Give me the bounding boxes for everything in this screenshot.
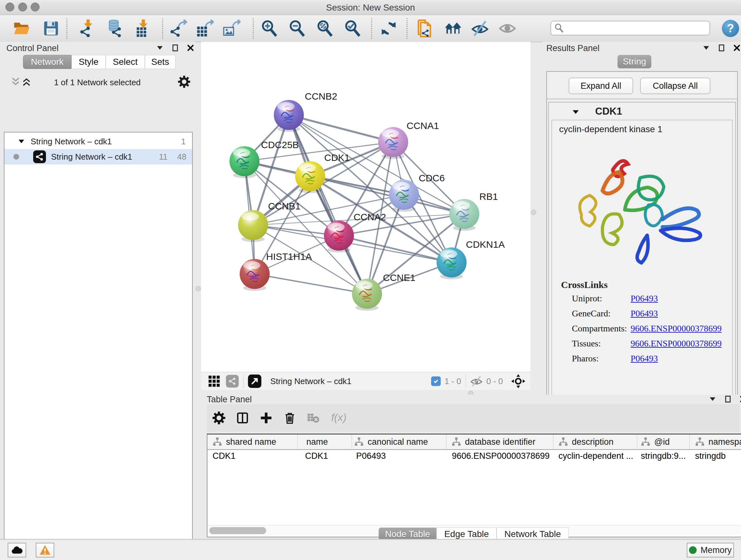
svg-text:RB1: RB1 (479, 191, 498, 202)
tab-sets[interactable]: Sets (145, 55, 176, 69)
svg-text:CDK1: CDK1 (324, 152, 350, 163)
fit-content-button[interactable] (316, 19, 334, 37)
column-header-canonical-name[interactable]: canonical name (354, 435, 428, 449)
selected-checkbox-icon[interactable] (431, 376, 441, 386)
export-table-button[interactable] (196, 19, 214, 37)
network-type-icon[interactable] (226, 375, 239, 388)
crosslinks-heading: CrossLinks (561, 279, 608, 290)
cell-database-identifier[interactable]: 9606.ENSP00000378699 (452, 451, 549, 461)
results-panel-title: Results Panel (546, 44, 600, 53)
database-import-icon (105, 19, 123, 37)
show-hidden-button[interactable] (498, 19, 516, 37)
crosslink-uniprot[interactable]: P06493 (630, 294, 658, 304)
network-options-button[interactable] (178, 76, 190, 88)
memory-button[interactable]: Memory (687, 543, 734, 557)
show-columns-icon[interactable] (236, 412, 249, 424)
first-neighbors-button[interactable] (444, 19, 462, 37)
table-panel-title: Table Panel (207, 395, 252, 405)
table-settings-gear-icon[interactable] (212, 412, 225, 424)
expand-all-button[interactable]: Expand All (569, 78, 633, 94)
search-input[interactable] (564, 23, 702, 34)
panel-float-icon[interactable] (724, 395, 732, 403)
export-network-button[interactable] (170, 19, 188, 37)
column-type-icon (354, 437, 364, 447)
zoom-out-icon (288, 20, 306, 37)
network-collection-row[interactable]: String Network – cdk1 1 (4, 134, 192, 149)
tab-style[interactable]: Style (71, 55, 106, 69)
zoom-out-button[interactable] (288, 19, 306, 37)
network-view-toolbar: String Network – cdk1 1 - 0 0 - 0 (201, 372, 530, 390)
panel-close-icon[interactable] (186, 44, 195, 52)
panel-menu-icon[interactable] (709, 395, 717, 403)
birds-eye-view-icon[interactable] (248, 374, 261, 388)
save-session-button[interactable] (42, 19, 60, 37)
grid-view-icon[interactable] (208, 375, 220, 387)
svg-text:CDKN1A: CDKN1A (466, 239, 505, 250)
tab-network[interactable]: Network (23, 55, 71, 69)
panel-close-icon[interactable] (739, 395, 741, 403)
crosslink-pharos[interactable]: P06493 (630, 354, 658, 364)
cell-id[interactable]: stringdb:9... (641, 451, 686, 461)
crosslink-genecard[interactable]: P06493 (630, 308, 658, 319)
collapse-all-button[interactable]: Collapse All (640, 78, 711, 94)
network-canvas[interactable]: CCNB2CCNA1CDC25BCDK1CDC6RB1CCNB1CCNA2CDK… (201, 42, 530, 372)
crosslink-label: Pharos: (572, 354, 599, 364)
network-graph[interactable]: CCNB2CCNA1CDC25BCDK1CDC6RB1CCNB1CCNA2CDK… (201, 42, 530, 372)
column-type-icon (212, 437, 222, 447)
crosslink-compartments[interactable]: 9606.ENSP00000378699 (630, 323, 722, 334)
scrollbar-thumb[interactable] (209, 527, 266, 534)
cloud-status-button[interactable] (8, 543, 26, 557)
hide-selected-button[interactable] (471, 19, 489, 37)
right-splitter-handle[interactable] (531, 210, 536, 215)
network-row[interactable]: String Network – cdk1 11 48 (4, 149, 192, 165)
toolbar-separator (66, 18, 67, 39)
column-header-name[interactable]: name (307, 435, 328, 449)
cell-name[interactable]: CDK1 (305, 451, 328, 461)
clone-network-button[interactable] (415, 19, 433, 37)
crosslink-tissues[interactable]: 9606.ENSP00000378699 (630, 338, 722, 349)
warnings-button[interactable] (36, 543, 54, 557)
collection-expander-icon[interactable] (17, 137, 25, 145)
tab-select[interactable]: Select (106, 55, 145, 69)
panel-float-icon[interactable] (171, 44, 179, 52)
export-image-button[interactable] (223, 19, 241, 37)
cell-shared-name[interactable]: CDK1 (212, 451, 235, 461)
panel-menu-icon[interactable] (156, 44, 164, 52)
column-type-icon (452, 437, 461, 447)
apply-layout-button[interactable] (380, 19, 398, 37)
left-splitter-handle[interactable] (196, 286, 201, 291)
svg-text:CCNB1: CCNB1 (268, 201, 300, 211)
panel-close-icon[interactable] (733, 44, 741, 52)
export-table-icon (196, 19, 214, 37)
node-table[interactable]: shared name name canonical name database… (207, 434, 741, 537)
expand-all-networks-button[interactable] (21, 76, 32, 87)
collapse-all-networks-button[interactable] (10, 76, 21, 87)
delete-column-trash-icon[interactable] (283, 412, 296, 424)
open-session-button[interactable] (13, 19, 30, 37)
help-button[interactable]: ? (722, 20, 739, 37)
import-table-button[interactable] (134, 19, 152, 37)
collection-name: String Network – cdk1 (30, 137, 112, 146)
column-header-namespace[interactable]: namespac (695, 435, 741, 449)
column-type-icon (641, 437, 650, 447)
panel-float-icon[interactable] (718, 44, 726, 52)
hidden-eye-slash-icon[interactable] (470, 375, 482, 387)
crosshair-icon[interactable] (511, 374, 525, 388)
column-header-id[interactable]: @id (641, 435, 670, 449)
zoom-selected-button[interactable] (344, 19, 361, 37)
zoom-in-button[interactable] (260, 19, 278, 37)
gene-symbol: CDK1 (595, 106, 622, 117)
gene-expander-icon[interactable] (571, 108, 580, 117)
column-header-database-identifier[interactable]: database identifier (452, 435, 536, 449)
selected-counts: 1 - 0 (445, 376, 461, 386)
import-network-from-database-button[interactable] (105, 19, 123, 37)
add-column-icon[interactable] (260, 412, 273, 424)
tab-string[interactable]: String (617, 55, 651, 68)
cell-canonical-name[interactable]: P06493 (356, 451, 386, 461)
column-header-shared-name[interactable]: shared name (212, 435, 276, 449)
import-network-button[interactable] (79, 19, 97, 37)
cell-description[interactable]: cyclin-dependent ... (558, 451, 633, 461)
cell-namespace[interactable]: stringdb (695, 451, 726, 461)
column-header-description[interactable]: description (558, 435, 614, 449)
panel-menu-icon[interactable] (702, 44, 711, 52)
